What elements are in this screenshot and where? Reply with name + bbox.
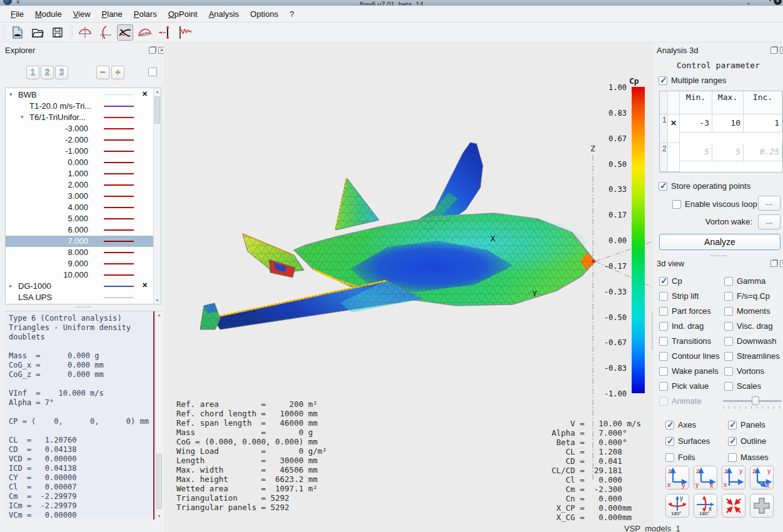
zoom-fit-button[interactable]	[722, 494, 745, 518]
menu-item-file[interactable]: File	[5, 7, 29, 21]
tree-item--2.000[interactable]: -2.000	[6, 134, 153, 146]
option-ind-drag-checkbox[interactable]: Ind. drag	[659, 321, 704, 331]
param-max-cell[interactable]: 5	[712, 143, 744, 161]
menu-item-view[interactable]: View	[68, 7, 96, 21]
tree-scrollbar[interactable]: ▲ ▼	[153, 88, 161, 304]
menu-item-module[interactable]: Module	[29, 7, 68, 21]
checkbox-icon[interactable]	[724, 277, 733, 286]
view-side-button[interactable]: zyx	[722, 466, 745, 489]
tree-item-T61-TriUnifor...[interactable]: ▾T6/1-TriUnifor...	[6, 112, 153, 123]
checkbox-icon[interactable]	[659, 307, 668, 316]
option-downwash-checkbox[interactable]: Downwash	[724, 336, 777, 346]
checkbox-icon[interactable]	[724, 322, 733, 331]
vorton-wake-settings-button[interactable]: ...	[758, 214, 780, 229]
delete-row-icon[interactable]: ✕	[668, 114, 680, 143]
option-transitions-checkbox[interactable]: Transitions	[659, 336, 711, 346]
option-contour-lines-checkbox[interactable]: Contour lines	[659, 351, 720, 361]
tree-item-2.000[interactable]: 2.000	[6, 179, 153, 191]
float-icon[interactable]	[770, 47, 777, 54]
param-inc-cell[interactable]: 1	[744, 114, 782, 133]
cp-view-icon[interactable]	[137, 24, 153, 41]
checkbox-icon[interactable]	[659, 382, 668, 391]
pan-button[interactable]	[750, 494, 774, 518]
tree-size-button-1[interactable]: 1	[26, 66, 39, 79]
polar-view-icon[interactable]	[97, 24, 113, 41]
view-back-button[interactable]: zyx	[694, 466, 717, 489]
scroll-up-icon[interactable]: ▲	[156, 313, 163, 317]
tree-size-button-2[interactable]: 2	[41, 66, 54, 79]
wing-design-view-icon[interactable]	[77, 24, 93, 41]
checkbox-icon[interactable]	[724, 382, 733, 391]
close-icon[interactable]: ✕	[780, 47, 783, 54]
checkbox-icon[interactable]	[724, 337, 733, 346]
checkbox-icon[interactable]	[659, 322, 668, 331]
float-icon[interactable]	[149, 47, 156, 54]
close-icon[interactable]: ✕	[142, 90, 148, 98]
stability-view-icon[interactable]	[157, 24, 173, 41]
checkbox-icon[interactable]	[672, 200, 681, 209]
option-scales-checkbox[interactable]: Scales	[724, 381, 761, 391]
scroll-down-icon[interactable]: ▼	[156, 514, 163, 518]
tree-item-Prandtl-D[interactable]: Prandtl-D	[6, 303, 153, 304]
expand-all-button[interactable]: +	[111, 66, 124, 79]
checkbox-icon[interactable]	[665, 421, 674, 429]
panel-splitter-grip[interactable]	[710, 254, 727, 257]
param-max-cell[interactable]: 10	[712, 114, 744, 133]
toolbar-grip[interactable]	[2, 25, 6, 40]
menu-item-analysis[interactable]: Analysis	[203, 7, 245, 21]
param-min-cell[interactable]: 5	[680, 143, 712, 161]
tree-item-0.000[interactable]: 0.000	[6, 157, 153, 168]
checkbox-icon[interactable]	[659, 76, 667, 85]
tree-item-1.000[interactable]: 1.000	[6, 168, 153, 179]
checkbox-icon[interactable]	[665, 453, 674, 462]
3d-analysis-view-icon[interactable]	[117, 24, 133, 41]
tree-item--3.000[interactable]: -3.000	[6, 123, 153, 134]
chevron-down-icon[interactable]: ▾	[9, 91, 13, 98]
option-pick-value-checkbox[interactable]: Pick value	[659, 381, 709, 391]
checkbox-icon[interactable]	[659, 337, 668, 346]
checkbox-icon[interactable]	[659, 182, 667, 191]
viscous-loop-settings-button[interactable]: ...	[758, 196, 780, 211]
tree-item-5.000[interactable]: 5.000	[6, 213, 153, 224]
tree-item-DG-1000[interactable]: ▸DG-1000✕	[6, 281, 153, 292]
checkbox-icon[interactable]	[665, 437, 674, 446]
checkbox-icon[interactable]	[659, 367, 668, 376]
scroll-thumb[interactable]	[154, 96, 160, 124]
close-icon[interactable]: ✕	[142, 281, 148, 289]
menu-item-options[interactable]: Options	[245, 7, 284, 21]
tree-size-button-3[interactable]: 3	[55, 66, 68, 79]
checkbox-icon[interactable]	[659, 292, 668, 301]
tree-item-9.000[interactable]: 9.000	[6, 258, 153, 269]
option-moments-checkbox[interactable]: Moments	[724, 306, 770, 316]
close-icon[interactable]: ✕	[780, 260, 783, 267]
info-scrollbar[interactable]: ▲ ▼	[155, 311, 163, 519]
slider-handle[interactable]	[752, 396, 759, 405]
checkbox-icon[interactable]	[728, 421, 737, 429]
checkbox-icon[interactable]	[659, 352, 668, 361]
menu-item-polars[interactable]: Polars	[128, 7, 163, 21]
option-vortons-checkbox[interactable]: Vortons	[724, 366, 764, 376]
float-icon[interactable]	[770, 260, 777, 267]
analyze-button[interactable]: Analyze	[659, 234, 780, 250]
new-file-icon[interactable]	[9, 24, 26, 41]
checkbox-icon[interactable]	[724, 307, 733, 316]
tree-item-6.000[interactable]: 6.000	[6, 224, 153, 236]
tree-item-4.000[interactable]: 4.000	[6, 202, 153, 213]
menu-item-?[interactable]: ?	[284, 7, 300, 21]
menu-item-plane[interactable]: Plane	[96, 7, 128, 21]
control-parameter-table[interactable]: Min.Max.Inc.1✕-31012550.25	[659, 91, 783, 173]
display-surfaces-checkbox[interactable]: Surfaces	[665, 436, 710, 446]
scroll-up-icon[interactable]: ▲	[154, 89, 161, 94]
panel-splitter[interactable]	[651, 313, 654, 350]
option-strip-lift-checkbox[interactable]: Strip lift	[659, 291, 699, 301]
tree-item--1.000[interactable]: -1.000	[6, 146, 153, 157]
display-masses-checkbox[interactable]: Masses	[728, 453, 769, 462]
tree-item-BWB[interactable]: ▾BWB✕	[6, 89, 153, 101]
tree-item-T1-20.0ms-Tri...[interactable]: T1-20.0 m/s-Tri...	[6, 101, 153, 112]
explorer-checkbox[interactable]	[148, 68, 157, 76]
checkbox-icon[interactable]	[728, 437, 737, 446]
enable-viscous-loop-checkbox[interactable]: Enable viscous loop	[672, 199, 757, 209]
display-foils-checkbox[interactable]: Foils	[665, 453, 695, 462]
param-min-cell[interactable]: -3	[680, 114, 712, 133]
flip-y-180-button[interactable]: y180°	[665, 494, 689, 518]
